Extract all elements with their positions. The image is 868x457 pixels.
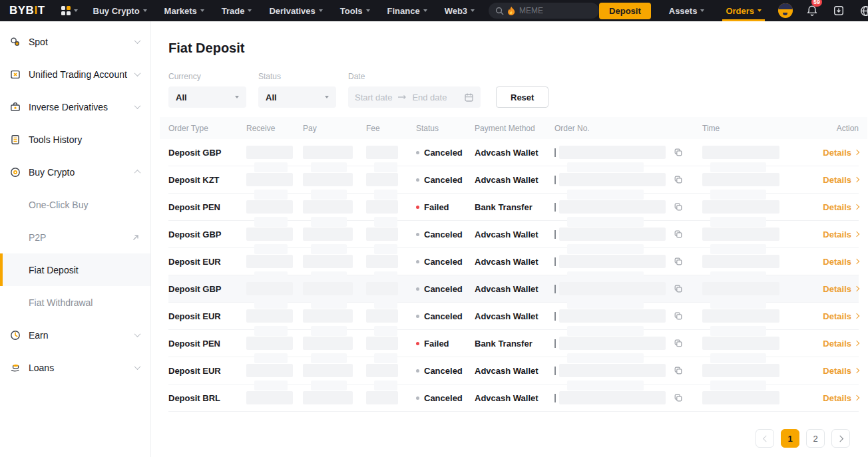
chevron-down-icon	[134, 70, 141, 76]
details-link[interactable]: Details	[815, 248, 859, 275]
redacted-value	[246, 200, 293, 214]
page-button-1[interactable]: 1	[781, 429, 799, 448]
download-app-button[interactable]	[827, 0, 850, 21]
copy-icon[interactable]	[674, 393, 683, 402]
status-dot	[416, 260, 419, 263]
order-no-fragment	[554, 367, 556, 375]
download-icon	[833, 5, 845, 17]
bybit-logo[interactable]: BYBIT	[9, 4, 45, 17]
status-dot	[416, 396, 419, 400]
sidebar-item-one-click-buy[interactable]: One-Click Buy	[0, 188, 150, 221]
nav-finance[interactable]: Finance	[379, 0, 436, 21]
cell-order-type: Deposit EUR	[168, 303, 246, 329]
sidebar-item-fiat-deposit[interactable]: Fiat Deposit	[0, 253, 150, 286]
copy-icon[interactable]	[674, 339, 683, 348]
copy-icon[interactable]	[674, 311, 683, 321]
chevron-down-icon	[235, 96, 239, 98]
search-icon	[495, 7, 504, 15]
sidebar-item-earn[interactable]: Earn	[0, 319, 150, 351]
cell-order-type: Deposit GBP	[168, 221, 246, 247]
apps-grid-icon[interactable]	[55, 0, 85, 21]
order-no-fragment	[554, 339, 556, 348]
deposit-button[interactable]: Deposit	[599, 3, 651, 19]
nav-buy-crypto[interactable]: Buy Crypto	[85, 0, 156, 21]
next-page-button[interactable]	[831, 429, 850, 448]
nav-web3[interactable]: Web3	[436, 0, 483, 21]
details-link[interactable]: Details	[815, 139, 859, 166]
nav-derivatives[interactable]: Derivatives	[260, 0, 331, 21]
sidebar-item-loans[interactable]: Loans	[0, 351, 150, 384]
chevron-down-icon	[700, 9, 704, 12]
redacted-value	[303, 364, 353, 377]
copy-icon[interactable]	[674, 284, 683, 293]
top-navbar: BYBIT Buy Crypto Markets Trade Derivativ…	[0, 0, 868, 21]
chevron-down-icon	[325, 96, 329, 98]
cell-payment-method: Advcash Wallet	[475, 221, 554, 247]
account-menu[interactable]	[774, 0, 797, 21]
chevron-down-icon	[200, 9, 204, 12]
nav-tools[interactable]: Tools	[331, 0, 379, 21]
redacted-value	[366, 282, 398, 295]
cell-order-type: Deposit BRL	[168, 384, 246, 411]
chevron-down-icon	[758, 9, 761, 12]
sidebar: Spot Unified Trading Account Inverse Der…	[0, 21, 151, 457]
details-link[interactable]: Details	[815, 194, 859, 220]
redacted-value	[559, 391, 666, 404]
language-button[interactable]	[854, 0, 868, 21]
search-bar[interactable]	[489, 3, 599, 19]
nav-trade[interactable]: Trade	[213, 0, 261, 21]
copy-icon[interactable]	[674, 202, 683, 212]
redacted-value	[559, 364, 666, 377]
cell-order-type: Deposit GBP	[168, 275, 246, 302]
sidebar-item-inverse-derivatives[interactable]: Inverse Derivatives	[0, 90, 150, 123]
status-select[interactable]: All	[258, 86, 336, 108]
avatar	[778, 3, 793, 18]
copy-icon[interactable]	[674, 229, 683, 239]
page-button-2[interactable]: 2	[806, 429, 825, 448]
nav-assets[interactable]: Assets	[660, 0, 714, 21]
external-link-icon	[132, 233, 140, 241]
redacted-value	[303, 200, 353, 214]
sidebar-item-buy-crypto[interactable]: Buy Crypto	[0, 156, 150, 188]
currency-select[interactable]: All	[168, 86, 246, 108]
redacted-value	[702, 228, 779, 241]
sidebar-item-spot[interactable]: Spot	[0, 25, 150, 58]
chevron-down-icon	[423, 9, 427, 12]
chevron-right-icon	[854, 341, 859, 346]
details-link[interactable]: Details	[815, 275, 859, 302]
details-link[interactable]: Details	[815, 330, 859, 357]
sidebar-item-tools-history[interactable]: Tools History	[0, 123, 150, 156]
redacted-value	[702, 309, 779, 323]
table-header: Order Type Receive Pay Fee Status Paymen…	[160, 117, 867, 139]
sidebar-item-unified-trading-account[interactable]: Unified Trading Account	[0, 58, 150, 90]
details-link[interactable]: Details	[815, 303, 859, 329]
status-dot	[416, 206, 419, 209]
date-filter-label: Date	[348, 72, 481, 81]
details-link[interactable]: Details	[815, 384, 859, 411]
details-link[interactable]: Details	[815, 357, 859, 384]
date-range-input[interactable]: Start date End date	[348, 86, 481, 108]
prev-page-button[interactable]	[756, 429, 774, 448]
details-link[interactable]: Details	[815, 166, 859, 193]
nav-orders[interactable]: Orders	[717, 0, 770, 21]
redacted-value	[366, 337, 398, 350]
search-input[interactable]	[519, 6, 592, 15]
main-content: Fiat Deposit Currency All Status All Dat…	[151, 21, 868, 457]
redacted-value	[702, 282, 779, 295]
redacted-value	[246, 146, 293, 159]
sidebar-item-p2p[interactable]: P2P	[0, 221, 150, 253]
chevron-down-icon	[471, 9, 475, 12]
copy-icon[interactable]	[674, 257, 683, 266]
chevron-right-icon	[854, 177, 859, 182]
chevron-right-icon	[854, 368, 859, 373]
nav-markets[interactable]: Markets	[156, 0, 213, 21]
notifications-button[interactable]: 59	[801, 0, 823, 21]
order-no-fragment	[554, 285, 556, 293]
copy-icon[interactable]	[674, 175, 683, 184]
reset-button[interactable]: Reset	[496, 86, 548, 108]
sidebar-item-fiat-withdrawal[interactable]: Fiat Withdrawal	[0, 286, 150, 319]
copy-icon[interactable]	[674, 366, 683, 375]
redacted-value	[303, 282, 353, 295]
details-link[interactable]: Details	[815, 221, 859, 247]
copy-icon[interactable]	[674, 148, 683, 157]
